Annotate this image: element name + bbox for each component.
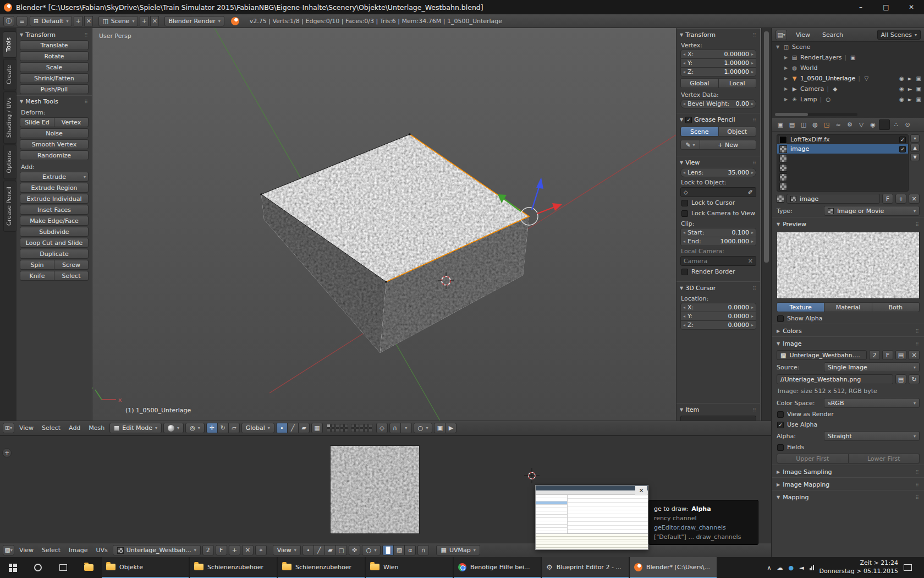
- editor-type-button[interactable]: ▤▾: [776, 30, 787, 40]
- mesh-tools-panel-header[interactable]: ▼ Mesh Tools ⠿: [16, 95, 92, 107]
- manipulator-scale-toggle[interactable]: ▱: [228, 423, 240, 433]
- tab-scene[interactable]: ◫: [798, 119, 809, 130]
- scene-selector[interactable]: ◫ Scene ▾: [98, 16, 138, 26]
- vertex-select-mode[interactable]: ∙: [276, 423, 288, 433]
- mapping-panel-header[interactable]: ▼ Mapping ⠿: [772, 490, 924, 503]
- 3d-cursor-section-header[interactable]: ▼ 3D Cursor ⠿: [676, 281, 760, 293]
- increment-icon[interactable]: ▸: [751, 314, 754, 319]
- local-camera-field[interactable]: Camera ✕: [680, 256, 756, 266]
- view-section-header[interactable]: ▼ View ⠿: [676, 156, 760, 168]
- tool-tab-tools[interactable]: Tools: [3, 31, 16, 58]
- taskbar-app-wien[interactable]: Wien: [366, 557, 453, 578]
- add-layout-button[interactable]: +: [74, 16, 82, 26]
- draw-channel-color-alpha-button[interactable]: ▨: [393, 545, 405, 555]
- manipulator-x-arrow[interactable]: [537, 207, 554, 214]
- slot-enable-checkbox[interactable]: ✓: [899, 146, 906, 152]
- manipulator-z-head[interactable]: [536, 177, 543, 189]
- increment-icon[interactable]: ▸: [751, 52, 754, 57]
- tab-object-data[interactable]: ▽: [856, 119, 867, 130]
- viewport-shading-dropdown[interactable]: ▾: [163, 423, 184, 433]
- cursor-y-field[interactable]: ◂ Y: 0.0000 ▸: [680, 312, 756, 321]
- slide-vertex-button[interactable]: Vertex: [54, 117, 89, 127]
- uv-mode-dropdown[interactable]: View ▾: [273, 545, 301, 555]
- panel-grip-icon[interactable]: ⠿: [915, 329, 920, 334]
- item-section-header[interactable]: ▼ Item ⠿: [676, 403, 760, 415]
- new-texture-button[interactable]: +: [895, 194, 906, 204]
- texture-slot-empty[interactable]: [777, 154, 908, 163]
- image-datablock-selector[interactable]: Unterlage_Westbah... ▾: [113, 545, 201, 555]
- thumbnail-close-button[interactable]: ✕: [635, 486, 647, 495]
- uv-island-select-mode[interactable]: ▢: [336, 545, 347, 555]
- fields-checkbox[interactable]: [777, 444, 784, 451]
- expander-icon[interactable]: ▶: [783, 97, 789, 102]
- snap-element-dropdown[interactable]: ▾: [400, 423, 412, 433]
- tab-constraints[interactable]: ≈: [833, 119, 844, 130]
- preview-panel-header[interactable]: ▼ Preview ⠿: [772, 217, 924, 230]
- shrink-fatten-button[interactable]: Shrink/Fatten: [20, 73, 89, 83]
- outliner-row-world[interactable]: ▶ ◍ World: [772, 63, 924, 73]
- render-engine-selector[interactable]: Blender Render ▾: [164, 16, 224, 26]
- gp-draw-dropdown[interactable]: ✎ ▾: [680, 140, 700, 150]
- extrude-individual-button[interactable]: Extrude Individual: [20, 194, 89, 204]
- uv-snap-toggle[interactable]: ∩: [417, 545, 429, 555]
- tool-tab-grease-pencil[interactable]: Grease Pencil: [3, 181, 16, 232]
- render-border-checkbox[interactable]: [681, 269, 688, 275]
- taskbar-app-schienenzubehoer-1[interactable]: Schienenzubehoer: [190, 557, 277, 578]
- subdivide-button[interactable]: Subdivide: [20, 227, 89, 237]
- slot-menu-button[interactable]: ▾: [910, 134, 920, 143]
- increment-icon[interactable]: ▸: [751, 323, 754, 328]
- action-center-icon[interactable]: [904, 564, 912, 571]
- loop-cut-button[interactable]: Loop Cut and Slide: [20, 238, 89, 248]
- upper-first-toggle[interactable]: Upper First: [777, 454, 849, 464]
- randomize-button[interactable]: Randomize: [20, 150, 89, 160]
- fake-user-button[interactable]: F: [216, 545, 227, 555]
- taskbar-thumbnail-preview[interactable]: ✕: [535, 485, 648, 550]
- extrude-dropdown[interactable]: Extrude ▾: [20, 172, 89, 182]
- opengl-render-button[interactable]: ▣: [434, 423, 446, 433]
- panel-grip-icon[interactable]: ⠿: [752, 117, 757, 123]
- increment-icon[interactable]: ▸: [751, 61, 754, 66]
- vertex-dot[interactable]: [409, 133, 411, 135]
- outliner-search-menu[interactable]: Search: [819, 31, 846, 39]
- image-mapping-panel-header[interactable]: ▶ Image Mapping ⠿: [772, 477, 924, 490]
- manipulator-z-arrow[interactable]: [532, 187, 539, 210]
- eyedropper-icon[interactable]: ✐: [748, 189, 753, 196]
- taskbar-clock[interactable]: Zeit > 21:24 Donnerstag > 05.11.2015: [820, 559, 898, 576]
- transform-panel-header[interactable]: ▼ Transform ⠿: [16, 29, 92, 40]
- outliner-filter-dropdown[interactable]: All Scenes ▾: [877, 30, 921, 40]
- slot-move-down-button[interactable]: ▼: [910, 153, 920, 161]
- outliner-row-lamp[interactable]: ▶ ☀ Lamp |○ ◉ ► ▣: [772, 94, 924, 105]
- taskbar-app-schienenzubehoer-2[interactable]: Schienenzubehoer: [278, 557, 365, 578]
- gp-new-layer-button[interactable]: + New: [700, 140, 756, 150]
- decrement-icon[interactable]: ◂: [683, 69, 685, 74]
- renderable-icon[interactable]: ▣: [916, 96, 921, 102]
- panel-grip-icon[interactable]: ⠿: [752, 407, 757, 413]
- selectable-icon[interactable]: ►: [908, 75, 912, 81]
- outliner-row-renderlayers[interactable]: ▶ ▤ RenderLayers |▣: [772, 52, 924, 63]
- increment-icon[interactable]: ▸: [751, 170, 754, 175]
- colorspace-dropdown[interactable]: sRGB ▾: [824, 398, 920, 408]
- tab-render-layers[interactable]: ▤: [787, 119, 798, 130]
- global-toggle[interactable]: Global: [680, 78, 719, 88]
- panel-grip-icon[interactable]: ⠿: [752, 160, 757, 166]
- volume-icon[interactable]: ◄: [799, 564, 804, 571]
- tray-app-icon[interactable]: ●: [789, 564, 794, 571]
- local-toggle[interactable]: Local: [719, 78, 757, 88]
- 3d-viewport[interactable]: x y: [0, 28, 771, 421]
- unlink-image-button[interactable]: ✕: [909, 350, 920, 360]
- mode-dropdown[interactable]: Edit Mode ▾: [109, 423, 162, 433]
- use-alpha-row[interactable]: ✓ Use Alpha: [777, 421, 919, 428]
- decrement-icon[interactable]: ◂: [683, 101, 685, 106]
- source-dropdown[interactable]: Single Image ▾: [824, 362, 920, 372]
- decrement-icon[interactable]: ◂: [683, 305, 685, 310]
- increment-icon[interactable]: ▸: [751, 101, 754, 106]
- use-alpha-checkbox[interactable]: ✓: [777, 422, 784, 428]
- vertex-y-field[interactable]: ◂ Y: 1.00000 ▸: [680, 58, 756, 68]
- taskbar-app-chrome[interactable]: Benötige Hilfe bei...: [454, 557, 541, 578]
- decrement-icon[interactable]: ◂: [683, 239, 685, 244]
- manipulator-x-head[interactable]: [552, 203, 562, 211]
- panel-grip-icon[interactable]: ⠿: [915, 341, 920, 347]
- vertex-dot[interactable]: [260, 193, 262, 195]
- eye-icon[interactable]: ◉: [899, 75, 904, 81]
- outliner-scrollbar[interactable]: [775, 113, 857, 116]
